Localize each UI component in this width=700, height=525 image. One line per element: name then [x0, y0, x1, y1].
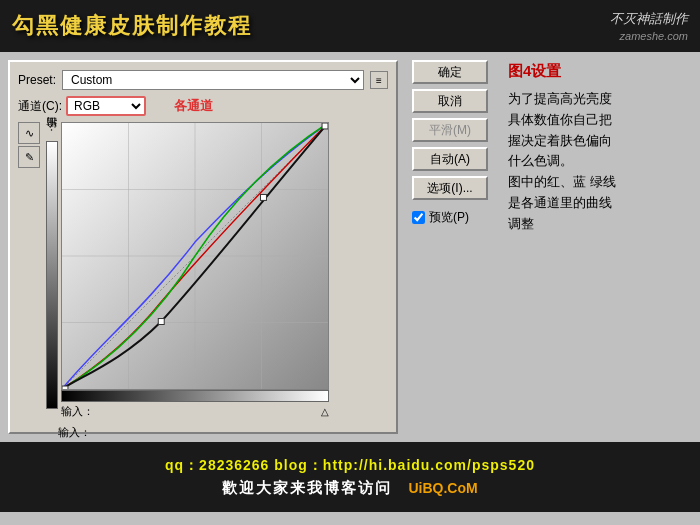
preview-checkbox[interactable]	[412, 211, 425, 224]
curve-tool-btn[interactable]: ∿	[18, 122, 40, 144]
smooth-button[interactable]: 平滑(M)	[412, 118, 488, 142]
info-panel: 图4设置 为了提高高光亮度 具体数值你自己把 握决定着肤色偏向 什么色调。 图中…	[496, 52, 700, 442]
channel-annotation: 各通道	[174, 97, 213, 115]
channel-row: 通道(C): RGB Red Green Blue 各通道	[18, 96, 388, 116]
ok-button[interactable]: 确定	[412, 60, 488, 84]
footer: qq：28236266 blog：http://hi.baidu.com/psp…	[0, 442, 700, 512]
header: 勾黑健康皮肤制作教程 不灭神話制作zameshe.com	[0, 0, 700, 52]
buttons-panel: 确定 取消 平滑(M) 自动(A) 选项(I)... 预览(P)	[406, 52, 496, 442]
preset-label: Preset:	[18, 73, 56, 87]
channel-select[interactable]: RGB Red Green Blue	[66, 96, 146, 116]
header-title: 勾黑健康皮肤制作教程	[12, 11, 252, 41]
curves-graph[interactable]	[61, 122, 329, 390]
channel-label: 通道(C):	[18, 98, 62, 115]
curves-dialog: Preset: Custom ≡ 通道(C): RGB Red Green Bl…	[8, 60, 398, 434]
svg-rect-9	[62, 386, 68, 389]
svg-rect-7	[158, 319, 164, 325]
footer-welcome: 歡迎大家来我博客访问	[222, 479, 392, 498]
svg-rect-10	[322, 123, 328, 129]
graph-container: 输入： △	[61, 122, 329, 423]
preset-row: Preset: Custom ≡	[18, 70, 388, 90]
input-label: 输入：	[61, 404, 94, 419]
svg-rect-8	[261, 194, 267, 200]
preset-select[interactable]: Custom	[62, 70, 364, 90]
header-logo: 不灭神話制作zameshe.com	[610, 10, 688, 43]
footer-site: UiBQ.CoM	[408, 480, 477, 496]
info-title: 图4设置	[508, 62, 688, 81]
preset-menu-icon[interactable]: ≡	[370, 71, 388, 89]
pencil-tool-btn[interactable]: ✎	[18, 146, 40, 168]
cancel-button[interactable]: 取消	[412, 89, 488, 113]
footer-qq: qq：28236266 blog：http://hi.baidu.com/psp…	[165, 457, 535, 475]
graph-area: ∿ ✎ 输出：	[18, 122, 388, 423]
input-triangle: △	[321, 406, 329, 417]
info-text: 为了提高高光亮度 具体数值你自己把 握决定着肤色偏向 什么色调。 图中的红、蓝 …	[508, 89, 688, 235]
preview-row: 预览(P)	[412, 209, 490, 226]
options-button[interactable]: 选项(I)...	[412, 176, 488, 200]
auto-button[interactable]: 自动(A)	[412, 147, 488, 171]
h-gradient-bar	[61, 390, 329, 402]
v-gradient-bar	[46, 141, 58, 409]
preview-label: 预览(P)	[429, 209, 469, 226]
input-bottom-label: 输入：	[58, 425, 388, 440]
output-label: 输出：	[44, 126, 59, 137]
main-area: Preset: Custom ≡ 通道(C): RGB Red Green Bl…	[0, 52, 700, 442]
